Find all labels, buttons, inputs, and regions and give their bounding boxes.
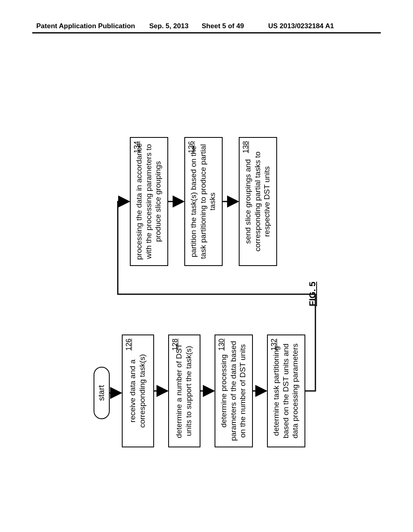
header-pubno: US 2013/0232184 A1	[268, 22, 334, 30]
page: Patent Application Publication Sep. 5, 2…	[0, 0, 413, 532]
header-date: Sep. 5, 2013	[149, 22, 188, 30]
flowchart-rotated-wrap: start 126 receive data and a correspondi…	[94, 93, 319, 455]
header-sheet: Sheet 5 of 49	[202, 22, 244, 30]
flowchart: start 126 receive data and a correspondi…	[94, 93, 319, 455]
flow-arrows	[94, 93, 319, 455]
header-publication: Patent Application Publication	[36, 22, 135, 30]
header-rule	[32, 32, 381, 33]
